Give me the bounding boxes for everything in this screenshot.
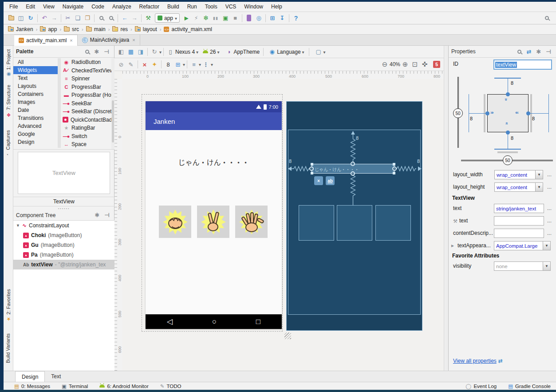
expand-arrow-icon[interactable]	[451, 242, 454, 249]
widget-switch[interactable]: —●Switch	[61, 132, 111, 141]
constraint-anchor-top[interactable]	[506, 92, 510, 96]
tree-item-pa[interactable]: ▴ Pa(ImageButton)	[13, 250, 114, 260]
gear-icon[interactable]	[92, 47, 102, 56]
hide-panel-icon[interactable]	[102, 211, 112, 220]
anchor-left[interactable]	[309, 166, 314, 171]
category-transitions[interactable]: Transitions	[13, 114, 58, 122]
orientation-icon[interactable]	[150, 48, 159, 56]
align-icon[interactable]	[189, 60, 199, 69]
tool-button-terminal[interactable]: Terminal	[62, 383, 88, 389]
category-images[interactable]: Images	[13, 98, 58, 106]
vertical-bias-handle[interactable]: 50	[453, 108, 463, 118]
swap-view-icon[interactable]	[524, 47, 534, 56]
resize-handle[interactable]	[284, 333, 291, 339]
zoom-out-icon[interactable]	[380, 60, 390, 69]
widget-progressbar-horizontal[interactable]: ▬ProgressBar (Hori	[61, 91, 111, 99]
breadcrumb-activity-main[interactable]: <>activity_main.xml	[162, 26, 213, 32]
text-appearance-dropdown[interactable]: AppCompat.Large▼	[494, 241, 551, 250]
tree-item-gu[interactable]: ▴ Gu(ImageButton)	[13, 240, 114, 250]
sync-icon[interactable]	[26, 14, 35, 23]
search-icon[interactable]	[514, 47, 524, 56]
theme-selector[interactable]: AppTheme	[233, 49, 260, 55]
pan-icon[interactable]	[420, 60, 430, 69]
stop-icon[interactable]	[230, 14, 240, 23]
blueprint-view[interactable]: 8 8 8 じゃん・けん・・・・ × ab	[286, 101, 422, 331]
menu-analyze[interactable]: Analyze	[108, 2, 135, 11]
content-description-input[interactable]	[494, 229, 544, 238]
anchor-bottom[interactable]	[351, 171, 355, 176]
find-usages-icon[interactable]	[106, 14, 116, 23]
language-selector[interactable]: Language	[277, 49, 304, 55]
forward-icon[interactable]	[130, 14, 139, 23]
category-google[interactable]: Google	[13, 130, 58, 138]
breadcrumb-janken[interactable]: Janken	[6, 26, 35, 32]
gear-icon[interactable]	[92, 211, 102, 220]
hide-panel-icon[interactable]	[544, 47, 553, 56]
save-icon[interactable]	[16, 14, 26, 23]
text-input[interactable]: string/janken_text	[494, 204, 544, 213]
anchor-right[interactable]	[392, 166, 397, 171]
splitter-handle[interactable]: ••••••	[13, 206, 114, 210]
menu-help[interactable]: Help	[267, 2, 286, 11]
run-config-chip[interactable]: app	[155, 13, 180, 23]
search-icon[interactable]	[82, 47, 92, 56]
category-layouts[interactable]: Layouts	[13, 82, 58, 90]
breadcrumb-res[interactable]: res	[110, 26, 130, 32]
breadcrumb-src[interactable]: src	[62, 26, 81, 32]
resize-corner[interactable]	[311, 172, 313, 174]
top-margin-line[interactable]	[508, 78, 508, 94]
category-text[interactable]: Text	[13, 74, 58, 82]
margin-top-value[interactable]: 8	[511, 80, 513, 86]
blueprint-pa[interactable]	[375, 205, 411, 241]
menu-edit[interactable]: Edit	[22, 2, 39, 11]
distribute-icon[interactable]	[201, 60, 211, 69]
tool-button-todo[interactable]: TODO	[160, 383, 181, 389]
text-more-button[interactable]: ...	[547, 205, 552, 211]
widget-checkedtextview[interactable]: A✓CheckedTextView	[61, 67, 111, 75]
breadcrumb-app[interactable]: app	[38, 26, 59, 32]
category-containers[interactable]: Containers	[13, 90, 58, 98]
design-preview-phone[interactable]: 7:00 Janken じゃん・けん・・・・	[146, 101, 282, 329]
tree-item-textview-selected[interactable]: Ab textView - "@string/janken_tex	[13, 260, 114, 269]
layout-variant-icon[interactable]	[314, 48, 323, 56]
tool-button-messages[interactable]: 0: Messages	[14, 383, 50, 389]
profiler-icon[interactable]	[211, 14, 221, 23]
device-selector[interactable]: Nexus 4	[175, 49, 198, 55]
content-description-more-button[interactable]: ...	[547, 230, 552, 236]
tool-button-favorites[interactable]: ★2: Favorites	[5, 289, 11, 322]
event-log-button[interactable]: Event Log	[466, 383, 497, 389]
open-folder-icon[interactable]	[6, 14, 16, 23]
avd-manager-icon[interactable]	[254, 14, 264, 23]
menu-navigate[interactable]: Navigate	[59, 2, 87, 11]
category-advanced[interactable]: Advanced	[13, 122, 58, 130]
margin-right-value[interactable]: 8	[532, 116, 535, 121]
menu-tools[interactable]: Tools	[201, 2, 221, 11]
design-view-icon[interactable]	[116, 48, 126, 56]
default-margin-control[interactable]: 8	[163, 60, 173, 69]
bottom-margin-line[interactable]	[508, 132, 508, 149]
widget-quickcontactbadge[interactable]: ☻QuickContactBad	[61, 116, 111, 124]
blueprint-gu[interactable]	[337, 205, 372, 241]
layout-inspector-icon[interactable]	[277, 14, 287, 23]
anchor-top[interactable]	[351, 162, 355, 166]
zoom-in-icon[interactable]	[400, 60, 410, 69]
widget-seekbar[interactable]: —●SeekBar	[61, 99, 111, 108]
debug-icon[interactable]	[201, 14, 211, 23]
widget-spinner[interactable]: ≡Spinner	[61, 75, 111, 83]
run-icon[interactable]	[181, 14, 191, 23]
resize-corner[interactable]	[311, 163, 313, 166]
tool-button-structure[interactable]: ❖7: Structure	[5, 85, 11, 118]
menu-run[interactable]: Run	[183, 2, 201, 11]
menu-view[interactable]: View	[39, 2, 59, 11]
menu-build[interactable]: Build	[163, 2, 183, 11]
widget-seekbar-discrete[interactable]: —●SeekBar (Discrete)	[61, 107, 111, 116]
help-icon[interactable]	[291, 14, 301, 23]
blueprint-textview-selected[interactable]: じゃん・けん・・・・	[312, 164, 394, 174]
build-hammer-icon[interactable]	[143, 14, 153, 23]
id-input[interactable]: textView	[493, 59, 552, 70]
cut-icon[interactable]	[63, 14, 73, 23]
sdk-manager-icon[interactable]	[268, 14, 277, 23]
tool-button-captures[interactable]: ◔Captures	[5, 130, 11, 157]
edit-text-button[interactable]: ab	[326, 176, 335, 185]
paste-icon[interactable]	[83, 14, 92, 23]
